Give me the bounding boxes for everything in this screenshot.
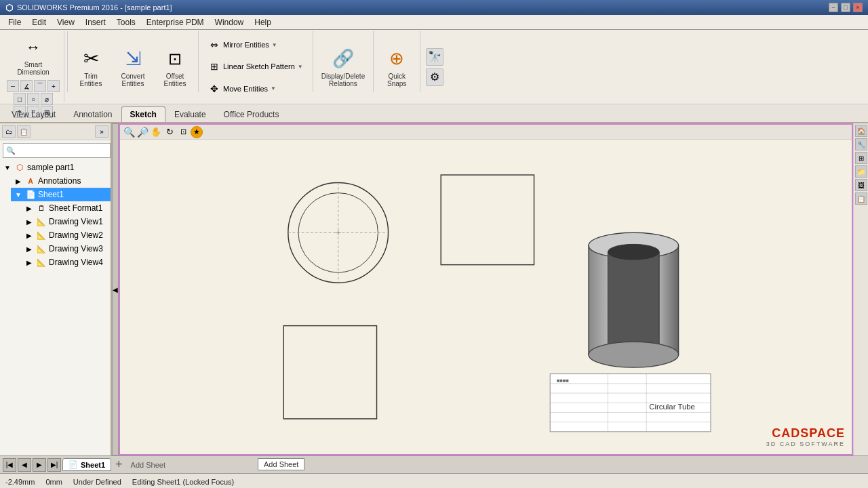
- canvas-area[interactable]: 🔍 🔎 ✋ ↻ ⊡ ★: [119, 123, 853, 455]
- menu-tools[interactable]: Tools: [111, 16, 141, 28]
- dv1-expander[interactable]: ▶: [24, 217, 34, 226]
- menu-window[interactable]: Window: [210, 16, 250, 28]
- dim-tool-6[interactable]: ○: [27, 93, 39, 105]
- tab-evaluate[interactable]: Evaluate: [165, 106, 215, 122]
- drawing-canvas[interactable]: Circular Tube ■■■■: [120, 140, 852, 454]
- drawing-view4[interactable]: [589, 232, 679, 367]
- dv2-label: Drawing View2: [49, 230, 103, 240]
- tab-sketch[interactable]: Sketch: [121, 106, 165, 122]
- tree-item-drawing-view3[interactable]: ▶ 📐 Drawing View3: [22, 242, 111, 256]
- view-mode-btn[interactable]: ★: [191, 126, 203, 138]
- rotate-btn[interactable]: ↻: [163, 126, 176, 138]
- title-bar-text: SOLIDWORKS Premium 2016 - [sample part1]: [17, 3, 172, 12]
- close-button[interactable]: ×: [853, 3, 863, 12]
- trim-entities-button[interactable]: ✂ Trim Entities: [71, 31, 111, 102]
- offset-entities-button[interactable]: ⊡ Offset Entities: [155, 31, 195, 102]
- display-delete-relations-button[interactable]: 🔗 Display/Delete Relations: [316, 31, 370, 102]
- svg-point-10: [589, 342, 679, 367]
- add-sheet-label: Add Sheet: [131, 461, 165, 469]
- status-state: Under Defined: [73, 478, 121, 486]
- mirror-entities-button[interactable]: ⇔ Mirror Entities ▼: [205, 38, 306, 52]
- tab-office-products[interactable]: Office Products: [215, 106, 288, 122]
- menu-help[interactable]: Help: [249, 16, 277, 28]
- dim-tool-2[interactable]: ∡: [20, 80, 33, 92]
- minimize-button[interactable]: −: [829, 3, 838, 12]
- title-bar-controls: − □ ×: [829, 3, 863, 12]
- view-assembly-btn[interactable]: ⊞: [855, 152, 867, 164]
- move-entities-button[interactable]: ✥ Move Entities ▼: [205, 82, 306, 96]
- dim-tool-7[interactable]: ⌀: [41, 93, 53, 105]
- brand-subtitle: 3D CAD SOFTWARE: [766, 441, 845, 447]
- sheet1-expander[interactable]: ▼: [14, 190, 23, 199]
- nav-first-btn[interactable]: |◀: [3, 458, 16, 472]
- sidebar-expand-btn[interactable]: »: [95, 125, 108, 138]
- file-tree: ▼ ⬡ sample part1 ▶ A Annotations ▼ 📄 She…: [0, 161, 111, 455]
- view-parts-btn[interactable]: 🔧: [855, 138, 867, 150]
- pan-btn[interactable]: ✋: [150, 126, 162, 138]
- dim-tool-4[interactable]: +: [47, 80, 60, 92]
- sheet-format-icon: 🗒: [36, 203, 47, 214]
- separator-5: [420, 31, 420, 92]
- menu-edit[interactable]: Edit: [26, 16, 52, 28]
- tree-item-drawing-view2[interactable]: ▶ 📐 Drawing View2: [22, 228, 111, 242]
- sheet1-label: Sheet1: [38, 190, 64, 199]
- menu-view[interactable]: View: [52, 16, 80, 28]
- sheet1-tab[interactable]: 📄 Sheet1: [62, 458, 111, 471]
- dv3-expander[interactable]: ▶: [24, 244, 34, 253]
- fit-btn[interactable]: ⊡: [177, 126, 189, 138]
- zoom-in-btn[interactable]: 🔍: [123, 126, 135, 138]
- quick-snaps-button[interactable]: ⊕ Quick Snaps: [376, 31, 417, 102]
- toolbar-right-icons: 🔭 ⚙: [423, 31, 446, 102]
- dv4-expander[interactable]: ▶: [24, 258, 34, 267]
- sheet-format-label: Sheet Format1: [49, 203, 102, 213]
- title-block-thumbnail: Circular Tube ■■■■: [550, 374, 711, 432]
- convert-entities-button[interactable]: ⇲ Convert Entities: [113, 31, 153, 102]
- add-sheet-tooltip: Add Sheet: [258, 458, 304, 470]
- menu-file[interactable]: File: [3, 16, 26, 28]
- nav-next-btn[interactable]: ▶: [33, 458, 46, 472]
- zoom-out-btn[interactable]: 🔎: [136, 126, 149, 138]
- view-settings-button[interactable]: ⚙: [426, 68, 443, 86]
- annotations-expander[interactable]: ▶: [14, 176, 23, 186]
- sidebar-icon-btn-2[interactable]: 📋: [17, 125, 31, 138]
- root-expander[interactable]: ▼: [3, 163, 12, 172]
- tab-view-layout[interactable]: View Layout: [3, 106, 64, 122]
- sw-logo-icon: ⬡: [5, 3, 13, 13]
- tree-item-drawing-view4[interactable]: ▶ 📐 Drawing View4: [22, 256, 111, 269]
- tree-item-sheet-format[interactable]: ▶ 🗒 Sheet Format1: [22, 201, 111, 215]
- title-bar: ⬡ SOLIDWORKS Premium 2016 - [sample part…: [0, 0, 868, 15]
- dim-tool-5[interactable]: □: [14, 93, 26, 105]
- dim-tool-1[interactable]: ╌: [7, 80, 19, 92]
- sheet-format-expander[interactable]: ▶: [24, 203, 34, 213]
- sidebar-collapse-handle[interactable]: ◀: [112, 123, 119, 455]
- tree-item-sheet1[interactable]: ▼ 📄 Sheet1: [11, 188, 111, 201]
- nav-last-btn[interactable]: ▶|: [47, 458, 61, 472]
- restore-button[interactable]: □: [841, 3, 850, 12]
- add-sheet-icon-btn[interactable]: +: [113, 456, 125, 473]
- menu-enterprise-pdm[interactable]: Enterprise PDM: [141, 16, 210, 28]
- sidebar-search-input[interactable]: [3, 143, 111, 158]
- dv2-expander[interactable]: ▶: [24, 230, 34, 240]
- tree-item-annotations[interactable]: ▶ A Annotations: [11, 174, 111, 188]
- right-panel: 🏠 🔧 ⊞ 📁 🖼 📋: [853, 123, 868, 455]
- tree-item-drawing-view1[interactable]: ▶ 📐 Drawing View1: [22, 215, 111, 228]
- view-orientation-button[interactable]: 🔭: [426, 48, 443, 66]
- sidebar: 🗂 📋 » ▼ ⬡ sample part1 ▶ A Annotations: [0, 123, 112, 455]
- tab-annotation[interactable]: Annotation: [64, 106, 121, 122]
- dv3-label: Drawing View3: [49, 244, 103, 253]
- view-home-btn[interactable]: 🏠: [855, 125, 867, 137]
- linear-sketch-dropdown: ▼: [298, 64, 303, 70]
- status-bar: -2.49mm 0mm Under Defined Editing Sheet1…: [0, 473, 868, 488]
- sidebar-icon-btn-1[interactable]: 🗂: [2, 125, 16, 138]
- dv4-icon: 📐: [36, 257, 47, 268]
- linear-sketch-pattern-button[interactable]: ⊞ Linear Sketch Pattern ▼: [205, 60, 306, 73]
- tree-item-root[interactable]: ▼ ⬡ sample part1: [0, 161, 111, 174]
- nav-prev-btn[interactable]: ◀: [18, 458, 31, 472]
- move-entities-label: Move Entities: [223, 85, 268, 93]
- view-tasks-btn[interactable]: 📋: [855, 192, 867, 205]
- dim-tool-3[interactable]: ⌒: [34, 80, 46, 92]
- menu-insert[interactable]: Insert: [80, 16, 111, 28]
- smart-dimension-button[interactable]: ↔ Smart Dimension: [14, 33, 52, 79]
- view-folder-btn[interactable]: 📁: [855, 165, 867, 178]
- view-render-btn[interactable]: 🖼: [855, 179, 867, 191]
